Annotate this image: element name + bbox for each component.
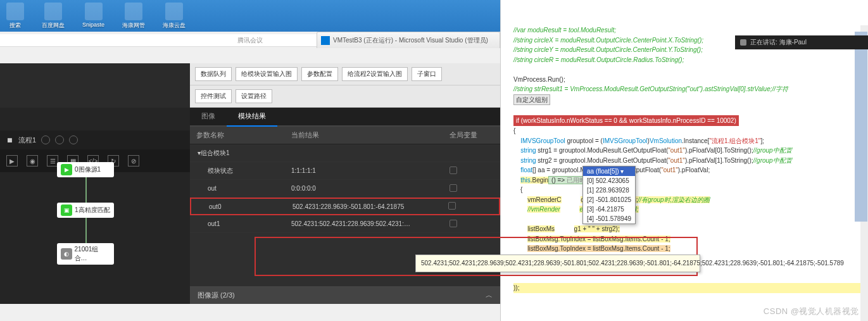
btn-set-flow2-input[interactable]: 给流程2设置输入图: [342, 67, 408, 81]
play-icon[interactable]: [41, 135, 50, 144]
flow-header: ⏹ 流程1: [0, 130, 190, 149]
result-tabs: 图像 模块结果: [190, 108, 500, 127]
table-row[interactable]: out1502.4231:502.4231:228.9639:502.4231:…: [190, 215, 500, 233]
link-icon[interactable]: [450, 184, 457, 192]
flow-title: 流程1: [18, 135, 36, 145]
desktop-icon[interactable]: 海康云盘: [163, 3, 186, 30]
watermark: CSDN @视觉人机器视觉: [764, 306, 859, 317]
tab-module-result[interactable]: 模块结果: [227, 108, 277, 127]
chevron-up-icon[interactable]: ︿: [486, 291, 493, 300]
result-table-head: 参数名称 当前结果 全局变量: [190, 127, 500, 144]
btn-param-config[interactable]: 参数配置: [301, 67, 338, 81]
node-status-icon: ◐: [61, 248, 72, 260]
link-icon[interactable]: [448, 202, 456, 210]
breakpoint-condition: if (workStatusInfo.nWorkStatus == 0 && w…: [513, 115, 739, 127]
th-param-name: 参数名称: [190, 127, 285, 144]
image-source-bar[interactable]: 图像源 (2/3) ︿: [190, 286, 500, 304]
link-icon[interactable]: [450, 167, 457, 174]
btn-child-window[interactable]: 子窗口: [412, 67, 442, 81]
intellisense-item[interactable]: [1] 228.963928: [583, 186, 635, 195]
mic-icon: [740, 39, 746, 46]
intellisense-popup[interactable]: aa (float[5]) ▾ [0] 502.423065 [1] 228.9…: [582, 166, 636, 224]
loop-icon[interactable]: [55, 135, 64, 144]
more-icon[interactable]: [69, 135, 78, 144]
desktop-icon[interactable]: Snipaste: [82, 3, 104, 30]
intellisense-item[interactable]: [0] 502.423065: [583, 176, 635, 186]
flow-panel: ▶ ◉ ☰ ▦ </> ↻ ⊘ ⏹ 流程1 ▶0图像源1 ▣1高精度匹配 ◐21…: [0, 108, 190, 304]
th-current-result: 当前结果: [285, 127, 443, 144]
node-status-icon: ▣: [61, 205, 72, 216]
stop-icon[interactable]: ⏹: [6, 136, 13, 144]
table-row[interactable]: 模块状态1:1:1:1:1: [190, 162, 500, 180]
vs-icon: [321, 36, 330, 45]
th-global-var: 全局变量: [443, 127, 500, 144]
table-row[interactable]: ▾组合模块1: [190, 144, 500, 162]
main-pane: ▶ ◉ ☰ ▦ </> ↻ ⊘ ⏹ 流程1 ▶0图像源1 ▣1高精度匹配 ◐21…: [0, 108, 500, 304]
intellisense-item[interactable]: [4] -501.578949: [583, 214, 635, 223]
intellisense-item[interactable]: [3] -64.21875: [583, 205, 635, 214]
desktop-icon[interactable]: 搜索: [6, 3, 24, 30]
speaker-indicator: 正在讲话: 海康-Paul: [735, 35, 868, 49]
desktop-icon[interactable]: 百度网盘: [42, 3, 65, 30]
intellisense-header: aa (float[5]) ▾: [583, 167, 635, 176]
btn-control-test[interactable]: 控件测试: [195, 89, 232, 103]
flow-node-group[interactable]: ◐21001组合…: [57, 243, 114, 265]
btn-data-queue[interactable]: 数据队列: [195, 67, 232, 81]
tab-image[interactable]: 图像: [190, 108, 227, 125]
toolbar-row-2: 控件测试 设置路径: [190, 85, 500, 108]
toolbar-row-1: 数据队列 给模块设置输入图 参数配置 给流程2设置输入图 子窗口: [190, 63, 500, 85]
flow-canvas[interactable]: ▶0图像源1 ▣1高精度匹配 ◐21001组合…: [0, 149, 190, 304]
desktop-icons: 搜索 百度网盘 Snipaste 海康网管 海康云盘: [6, 3, 186, 30]
node-status-icon: ▶: [61, 164, 72, 175]
table-row-selected[interactable]: out0502.4231:228.9639:-501.801:-64.21875: [190, 198, 500, 215]
value-tooltip: 502.4231;502.4231;228.9639;502.4231;228.…: [415, 255, 700, 272]
link-icon[interactable]: [450, 220, 457, 227]
table-row[interactable]: out0:0:0:0:0: [190, 180, 500, 198]
vs-window-title: VMTestB3 (正在运行) - Microsoft Visual Studi…: [333, 36, 488, 45]
vs-window-tab[interactable]: VMTestB3 (正在运行) - Microsoft Visual Studi…: [317, 32, 500, 48]
scrollbar[interactable]: [860, 25, 868, 321]
result-panel: 图像 模块结果 参数名称 当前结果 全局变量 ▾组合模块1 模块状态1:1:1:…: [190, 108, 500, 304]
flow-node-match[interactable]: ▣1高精度匹配: [57, 203, 114, 218]
flow-node-image-source[interactable]: ▶0图像源1: [57, 162, 114, 177]
desktop-icon[interactable]: 海康网管: [122, 3, 145, 30]
intellisense-item[interactable]: [2] -501.801025: [583, 195, 635, 205]
btn-set-module-input[interactable]: 给模块设置输入图: [236, 67, 298, 81]
btn-set-path[interactable]: 设置路径: [236, 89, 272, 103]
scrollbar-thumb[interactable]: [855, 32, 867, 222]
